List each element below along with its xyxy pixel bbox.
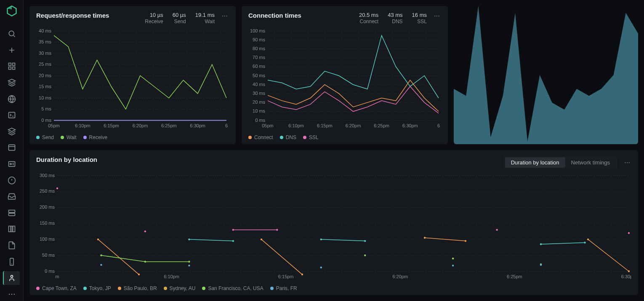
svg-text:6:15pm: 6:15pm (317, 123, 333, 128)
sidebar-dashboard[interactable] (3, 59, 20, 73)
legend-item[interactable]: Send (36, 134, 54, 140)
svg-text:6:10pm: 6:10pm (288, 123, 304, 128)
stat-label: Wait (195, 19, 215, 24)
svg-rect-14 (11, 226, 12, 232)
sidebar-search[interactable] (3, 27, 20, 41)
sidebar-more[interactable] (3, 288, 20, 301)
legend-item[interactable]: Paris, FR (270, 285, 297, 291)
svg-text:30 ms: 30 ms (253, 91, 265, 96)
card-connection: Connection times 20.5 msConnect43 msDNS1… (242, 6, 448, 144)
sidebar-alert[interactable] (3, 173, 20, 187)
svg-text:6:15pm: 6:15pm (278, 274, 294, 279)
svg-point-50 (436, 16, 437, 16)
svg-point-104 (56, 188, 58, 189)
more-icon[interactable] (433, 12, 441, 20)
svg-text:6:20pm: 6:20pm (133, 123, 148, 128)
card-duration-location: Duration by location Duration by locatio… (29, 150, 638, 295)
legend-item[interactable]: San Francisco, CA, USA (202, 285, 263, 291)
stat: 19.1 msWait (195, 12, 215, 24)
stat-label: SSL (412, 19, 427, 24)
stat-value: 10 µs (145, 12, 163, 19)
sidebar-server[interactable] (3, 206, 20, 220)
sidebar-globe[interactable] (3, 92, 20, 106)
legend-item[interactable]: Cape Town, ZA (36, 285, 77, 291)
sidebar-layers[interactable] (3, 125, 20, 139)
svg-text:200 ms: 200 ms (40, 204, 55, 210)
svg-point-125 (144, 261, 146, 263)
svg-point-105 (144, 231, 146, 232)
svg-text:35 ms: 35 ms (39, 39, 51, 44)
chart-request-response: 0 ms5 ms10 ms15 ms20 ms25 ms30 ms35 ms40… (36, 28, 229, 130)
sidebar-badge[interactable] (3, 157, 20, 171)
legend-item[interactable]: Wait (61, 134, 77, 140)
svg-text:30 ms: 30 ms (39, 50, 51, 55)
card-title: Duration by location (36, 156, 97, 163)
stat: 60 µsSend (173, 12, 186, 24)
svg-text:100 ms: 100 ms (250, 28, 266, 33)
sidebar-inbox[interactable] (3, 190, 20, 204)
svg-text:6:20pm: 6:20pm (346, 123, 361, 128)
legend-item[interactable]: São Paulo, BR (118, 285, 157, 291)
chart-connection: 0 ms10 ms20 ms30 ms40 ms50 ms60 ms70 ms8… (248, 28, 441, 130)
legend-item[interactable]: Sydney, AU (164, 285, 196, 291)
sidebar-columns[interactable] (3, 222, 20, 236)
svg-point-130 (100, 264, 102, 266)
svg-text:6:30pm: 6:30pm (621, 274, 631, 279)
svg-rect-6 (8, 113, 15, 118)
legend-label: Tokyo, JP (89, 285, 111, 291)
svg-text:6:20pm: 6:20pm (392, 274, 408, 279)
svg-text:6:25pm: 6:25pm (161, 123, 177, 128)
legend-label: SSL (309, 134, 319, 140)
sidebar-add[interactable] (3, 43, 20, 57)
main-content: Request/response times 10 µsReceive60 µs… (24, 0, 644, 301)
svg-rect-2 (12, 63, 15, 66)
svg-point-107 (276, 229, 278, 231)
svg-point-126 (188, 261, 190, 263)
stat-label: Send (173, 19, 186, 24)
legend-label: Wait (67, 134, 77, 140)
svg-point-20 (13, 294, 15, 295)
svg-text:10 ms: 10 ms (39, 95, 51, 100)
sidebar-package[interactable] (3, 76, 20, 90)
svg-point-113 (364, 240, 366, 242)
toggle-option[interactable]: Duration by location (505, 157, 565, 168)
stat: 16 msSSL (412, 12, 427, 24)
legend-item[interactable]: DNS (280, 134, 296, 140)
sidebar-document[interactable] (3, 239, 20, 253)
svg-text:6: 6 (437, 123, 440, 128)
legend-label: São Paulo, BR (124, 285, 157, 291)
svg-point-112 (320, 239, 322, 240)
more-icon[interactable] (623, 159, 631, 167)
svg-text:5 ms: 5 ms (41, 106, 51, 111)
legend-item[interactable]: SSL (303, 134, 319, 140)
legend-label: Send (42, 134, 54, 140)
svg-text:60 ms: 60 ms (253, 64, 265, 69)
toggle-option[interactable]: Network timings (565, 157, 616, 168)
card-request-response: Request/response times 10 µsReceive60 µs… (29, 6, 236, 144)
svg-point-117 (138, 274, 140, 275)
legend-label: Cape Town, ZA (42, 285, 77, 291)
more-icon[interactable] (221, 12, 229, 20)
sidebar-mobile[interactable] (3, 255, 20, 269)
toggle-group: Duration by locationNetwork timings (504, 156, 617, 169)
svg-text:6:10pm: 6:10pm (164, 274, 179, 279)
stat-value: 20.5 ms (359, 12, 378, 19)
sidebar-user[interactable] (3, 271, 20, 285)
svg-rect-4 (12, 67, 15, 70)
svg-point-108 (496, 229, 498, 231)
svg-text:05pm: 05pm (48, 123, 60, 128)
legend-item[interactable]: Tokyo, JP (83, 285, 111, 291)
svg-text:250 ms: 250 ms (40, 188, 55, 194)
svg-text:05pm: 05pm (262, 123, 274, 128)
svg-text:0 ms: 0 ms (45, 269, 55, 274)
svg-point-123 (628, 270, 630, 272)
chart-duration-location: 0 ms50 ms100 ms150 ms200 ms250 ms300 msm… (36, 172, 631, 281)
sidebar-browser[interactable] (3, 141, 20, 155)
svg-point-17 (11, 275, 13, 277)
legend-item[interactable]: Receive (83, 134, 107, 140)
svg-point-109 (628, 232, 630, 234)
svg-point-21 (222, 16, 223, 16)
sidebar-terminal[interactable] (3, 108, 20, 122)
legend-item[interactable]: Connect (248, 134, 273, 140)
svg-point-115 (584, 242, 585, 243)
